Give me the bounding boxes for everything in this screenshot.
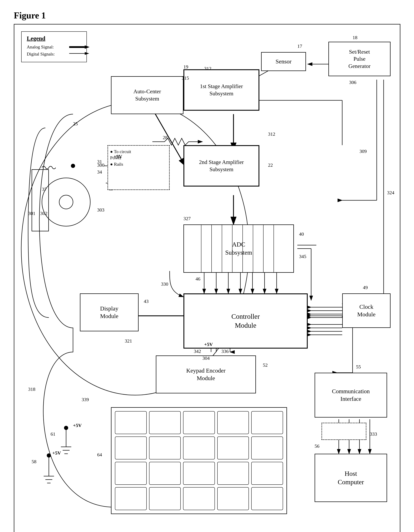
label-64: 64 [97, 452, 102, 457]
label-52: 52 [263, 362, 268, 368]
label-333-box [322, 423, 366, 440]
diagram-container: Legend Analog Signal: Digital Signals: S… [14, 24, 400, 532]
set-reset-box: Set/Reset Pulse Generator [328, 42, 391, 76]
label-306: 306 [349, 80, 356, 85]
digital-arrow-icon [69, 51, 90, 57]
controller-box: Controller Module [183, 294, 308, 349]
label-56: 56 [315, 443, 319, 449]
label-336: 336 [221, 349, 229, 354]
stage1-box: 1st Stage Amplifier Subsystem [183, 69, 259, 111]
voltage-5v-b: +5V [73, 423, 82, 428]
label-43: 43 [144, 299, 148, 304]
label-28: 28 [163, 135, 168, 140]
svg-point-69 [47, 453, 51, 457]
svg-point-52 [42, 178, 90, 226]
label-318: 318 [28, 387, 35, 392]
legend-box: Legend Analog Signal: Digital Signals: [21, 31, 87, 62]
label-324: 324 [387, 190, 394, 196]
svg-marker-80 [85, 45, 89, 49]
label-333: 333 [370, 431, 377, 437]
legend-digital-label: Digital Signals: [27, 52, 67, 57]
label-19: 19 [183, 64, 188, 70]
voltage-9v: +9V [114, 154, 122, 159]
label-40: 40 [299, 231, 304, 237]
label-22: 22 [268, 162, 273, 168]
voltage-5v-a: +5V [204, 342, 213, 347]
label-58: 58 [32, 459, 36, 465]
svg-point-53 [59, 195, 73, 209]
transducer-body [32, 169, 49, 231]
legend-title: Legend [27, 35, 81, 42]
label-303: 303 [97, 207, 104, 213]
legend-digital-row: Digital Signals: [27, 51, 81, 57]
label-304: 304 [202, 355, 210, 361]
label-339: 339 [82, 397, 89, 402]
label-342: 342 [194, 349, 201, 354]
voltage-5v-c: +5V [52, 450, 61, 456]
label-55: 55 [356, 364, 361, 370]
legend-analog-row: Analog Signal: [27, 45, 81, 50]
label-312b: 312 [268, 131, 275, 137]
label-315: 315 [182, 75, 189, 81]
clock-box: Clock Module [342, 294, 391, 328]
svg-point-66 [71, 164, 75, 168]
adc-box: ADCSubsystem [183, 224, 294, 273]
label-18: 18 [353, 35, 357, 40]
stage2-box: 2nd Stage Amplifier Subsystem [183, 145, 259, 187]
label-61: 61 [50, 431, 55, 437]
label-309: 309 [359, 149, 367, 154]
label-17: 17 [297, 43, 302, 49]
label-49: 49 [363, 285, 368, 290]
figure-title: Figure 1 [14, 10, 400, 20]
coil-lines-svg [28, 166, 56, 176]
label-330: 330 [161, 281, 168, 287]
label-25: 25 [73, 121, 78, 126]
label-46: 46 [196, 276, 200, 282]
label-34: 34 [97, 169, 102, 175]
sensor-box: Sensor [261, 52, 306, 71]
label-321: 321 [125, 338, 132, 344]
label-31: 31 [97, 159, 102, 164]
auto-center-box: Auto-Center Subsystem [111, 76, 183, 114]
keypad-keys-box [111, 407, 287, 514]
communication-box: Communication Interface [315, 373, 387, 418]
keypad-box: Keypad Encoder Module [156, 355, 256, 393]
host-box: Host Computer [315, 454, 387, 502]
analog-arrow-icon [69, 45, 90, 49]
svg-marker-82 [85, 52, 89, 55]
page: Figure 1 [0, 0, 414, 532]
label-327: 327 [183, 216, 191, 221]
legend-analog-label: Analog Signal: [27, 45, 67, 50]
svg-point-68 [64, 426, 68, 430]
display-box: Display Module [80, 294, 138, 331]
label-345: 345 [299, 254, 306, 259]
label-312a: 312 [204, 66, 211, 71]
